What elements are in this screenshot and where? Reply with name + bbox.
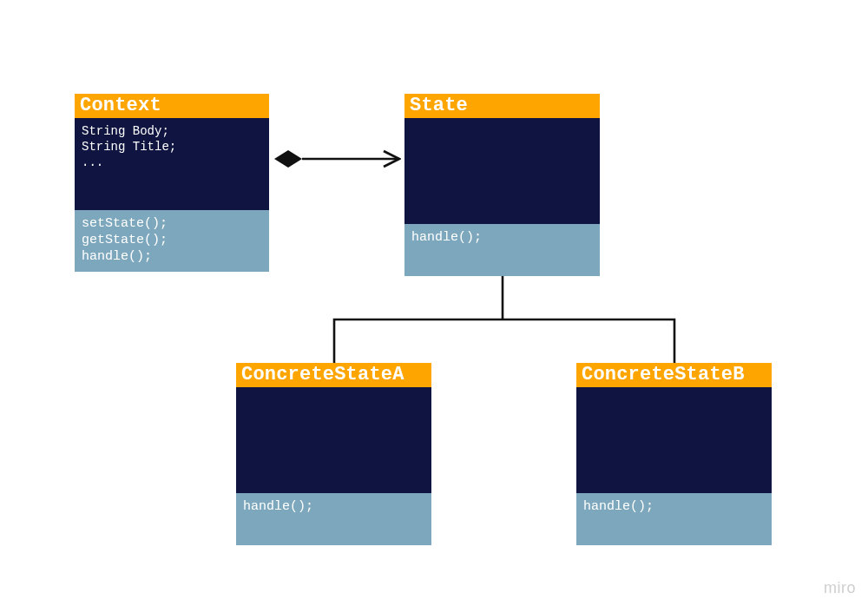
class-state-attributes (404, 118, 600, 224)
class-state-title: State (404, 94, 600, 118)
class-concretestate-a-attributes (236, 387, 431, 493)
relation-state-to-concretes (334, 274, 674, 363)
class-concretestate-b[interactable]: ConcreteStateB handle(); (576, 363, 772, 545)
class-state-methods: handle(); (404, 224, 600, 276)
class-context-attributes: String Body; String Title; ... (75, 118, 269, 210)
class-concretestate-a-title: ConcreteStateA (236, 363, 431, 387)
class-context-title: Context (75, 94, 269, 118)
class-concretestate-b-methods: handle(); (576, 493, 772, 545)
svg-marker-0 (274, 150, 302, 168)
watermark: miro (824, 579, 856, 597)
diagram-canvas: Context String Body; String Title; ... s… (0, 0, 868, 606)
class-concretestate-a[interactable]: ConcreteStateA handle(); (236, 363, 431, 545)
relation-context-to-state (274, 150, 399, 168)
class-state[interactable]: State handle(); (404, 94, 600, 276)
class-context[interactable]: Context String Body; String Title; ... s… (75, 94, 269, 272)
class-concretestate-b-attributes (576, 387, 772, 493)
class-concretestate-a-methods: handle(); (236, 493, 431, 545)
class-concretestate-b-title: ConcreteStateB (576, 363, 772, 387)
class-context-methods: setState(); getState(); handle(); (75, 210, 269, 272)
